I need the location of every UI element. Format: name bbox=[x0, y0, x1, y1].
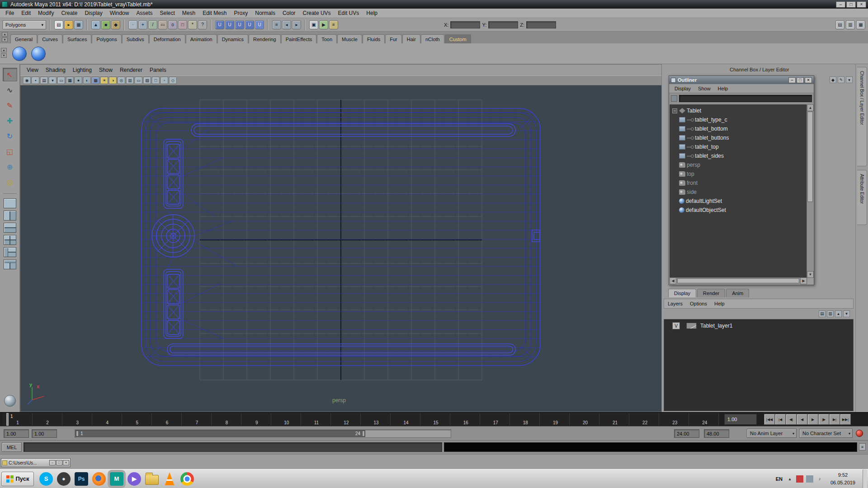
status-line-separator[interactable] bbox=[85, 19, 89, 30]
anim-layer-dropdown[interactable]: No Anim Layer bbox=[747, 429, 797, 438]
show-desktop-button[interactable] bbox=[863, 469, 867, 488]
toggle-channel-box-icon[interactable]: ▦ bbox=[856, 20, 865, 29]
play-backwards-button[interactable]: ◀ bbox=[797, 414, 807, 425]
move-tool[interactable]: ✚ bbox=[3, 114, 17, 127]
command-line-language-button[interactable]: MEL bbox=[2, 442, 22, 452]
outliner-close-button[interactable]: × bbox=[805, 77, 812, 83]
layer-editor-menu-item[interactable]: Options bbox=[686, 300, 711, 307]
panel-menu-item[interactable]: Renderer bbox=[116, 66, 146, 74]
step-forward-frame-button[interactable]: ▶| bbox=[829, 414, 840, 425]
field-chart-icon[interactable]: ▥ bbox=[126, 77, 134, 84]
step-back-frame-button[interactable]: |◀ bbox=[775, 414, 786, 425]
outliner-item-default-light-set[interactable]: − defaultLightSet bbox=[670, 197, 807, 206]
shelf-tab[interactable]: Polygons bbox=[92, 34, 121, 43]
toolbox-sphere-icon[interactable] bbox=[4, 395, 16, 407]
shelf-tab[interactable]: Custom bbox=[445, 34, 471, 43]
outliner-titlebar[interactable]: Outliner –□× bbox=[669, 76, 814, 84]
menu-item[interactable]: Color bbox=[279, 9, 299, 17]
scroll-down-icon[interactable]: ▼ bbox=[807, 271, 814, 278]
menu-set-selector[interactable]: Polygons bbox=[3, 20, 46, 29]
shelf-tab[interactable]: Fluids bbox=[363, 34, 385, 43]
select-faces-mask-icon[interactable]: ▭ bbox=[158, 20, 167, 29]
step-forward-key-button[interactable]: |▶ bbox=[818, 414, 829, 425]
outliner-item-tablet-sides[interactable]: − tablet_sides bbox=[670, 151, 807, 160]
layer-color-swatch[interactable] bbox=[686, 323, 697, 329]
snap-to-curves-icon[interactable]: U bbox=[225, 20, 234, 29]
window-close-button[interactable]: × bbox=[857, 1, 866, 8]
vray-shelf-button-2[interactable] bbox=[31, 47, 46, 61]
select-rendering-mask-icon[interactable]: * bbox=[188, 20, 197, 29]
shelf-tab-arrow-icon[interactable]: ▴ bbox=[2, 32, 8, 37]
skype-icon[interactable]: S bbox=[39, 472, 53, 486]
folder-icon[interactable] bbox=[145, 475, 159, 485]
z-input[interactable] bbox=[526, 21, 556, 28]
panel-menu-item[interactable]: Lighting bbox=[69, 66, 95, 74]
camera-attributes-icon[interactable]: ▤ bbox=[40, 77, 48, 84]
menu-item[interactable]: Help bbox=[363, 9, 381, 17]
move-layer-down-icon[interactable]: ▾ bbox=[843, 310, 850, 317]
scrollbar-thumb[interactable] bbox=[807, 112, 813, 202]
menu-item[interactable]: Edit bbox=[18, 9, 34, 17]
outliner-menu-item[interactable]: Show bbox=[694, 85, 714, 92]
render-current-frame-icon[interactable]: ▣ bbox=[309, 20, 318, 29]
render-settings-icon[interactable]: ≡ bbox=[329, 20, 338, 29]
wireframe-on-shaded-icon[interactable]: ◐ bbox=[83, 77, 91, 84]
shelf-tab[interactable]: PaintEffects bbox=[281, 34, 317, 43]
tab-anim[interactable]: Anim bbox=[726, 289, 749, 297]
outliner-minimize-button[interactable]: – bbox=[788, 77, 796, 83]
firefox-icon[interactable] bbox=[92, 472, 106, 486]
range-start-handle[interactable] bbox=[76, 431, 79, 436]
outliner-item-default-object-set[interactable]: − defaultObjectSet bbox=[670, 206, 807, 215]
expand-toggle-icon[interactable]: − bbox=[672, 108, 677, 113]
chrome-icon[interactable] bbox=[180, 472, 194, 486]
menu-item[interactable]: Window bbox=[106, 9, 133, 17]
panel-menu-item[interactable]: Show bbox=[95, 66, 116, 74]
scroll-up-icon[interactable]: ▲ bbox=[807, 104, 814, 111]
menu-item[interactable]: Edit UVs bbox=[335, 9, 363, 17]
layer-row-tablet-layer1[interactable]: V Tablet_layer1 bbox=[664, 321, 853, 331]
wireframe-mode-icon[interactable]: ▦ bbox=[66, 77, 74, 84]
select-lines-mask-icon[interactable]: / bbox=[148, 20, 157, 29]
layer-editor-menu-item[interactable]: Layers bbox=[664, 300, 686, 307]
outliner-horizontal-scrollbar[interactable]: ◀ ▶ bbox=[670, 277, 807, 284]
soft-modification-tool[interactable]: ◎ bbox=[3, 175, 17, 189]
status-line-separator[interactable] bbox=[48, 19, 52, 30]
shelf-tab[interactable]: Hair bbox=[402, 34, 420, 43]
outliner-filter-input[interactable] bbox=[679, 95, 812, 102]
taskbar-clock[interactable]: 9:52 06.05.2019 bbox=[827, 471, 859, 486]
outliner-maximize-button[interactable]: □ bbox=[797, 77, 804, 83]
recorder-icon[interactable]: ● bbox=[57, 472, 71, 486]
select-by-object-icon[interactable]: ■ bbox=[101, 20, 110, 29]
shelf-tab[interactable]: Fur bbox=[385, 34, 402, 43]
side-tab-channel-box[interactable]: Channel Box / Layer Editor bbox=[857, 67, 867, 166]
isolate-select-icon[interactable]: ◎ bbox=[118, 77, 125, 84]
side-tab-attribute-editor[interactable]: Attribute Editor bbox=[857, 170, 867, 225]
dock-edit-icon[interactable]: ✎ bbox=[838, 76, 844, 83]
xray-icon[interactable]: ◇ bbox=[169, 77, 177, 84]
go-to-end-button[interactable]: ▶▶| bbox=[840, 414, 851, 425]
shelf-tab[interactable]: Deformation bbox=[149, 34, 185, 43]
outliner-vertical-scrollbar[interactable]: ▲ ▼ bbox=[807, 104, 813, 278]
current-time-field[interactable]: 1.00 bbox=[724, 414, 757, 425]
panel-menu-item[interactable]: Shading bbox=[42, 66, 69, 74]
media-player-icon[interactable]: ▶ bbox=[127, 472, 141, 486]
mini-minimize-button[interactable]: – bbox=[49, 460, 56, 465]
gate-mask-icon[interactable]: ▧ bbox=[143, 77, 151, 84]
select-hulls-mask-icon[interactable]: o bbox=[168, 20, 177, 29]
select-by-hierarchy-icon[interactable]: ▲ bbox=[91, 20, 100, 29]
animation-end-field[interactable]: 48.00 bbox=[704, 429, 729, 438]
command-line-input[interactable] bbox=[24, 442, 442, 452]
bookmark-icon[interactable]: ▾ bbox=[49, 77, 57, 84]
step-back-key-button[interactable]: ◀| bbox=[786, 414, 797, 425]
outliner-item-tablet[interactable]: − Tablet bbox=[670, 106, 807, 115]
safe-title-icon[interactable]: ▫ bbox=[160, 77, 168, 84]
status-line-separator[interactable] bbox=[266, 19, 270, 30]
lasso-select-tool[interactable]: ∿ bbox=[3, 83, 17, 97]
save-scene-icon[interactable]: ▦ bbox=[74, 20, 83, 29]
menu-item[interactable]: Create bbox=[57, 9, 81, 17]
viewport-canvas[interactable]: persp y x bbox=[20, 85, 661, 412]
outliner-item-tablet-buttons[interactable]: − tablet_buttons bbox=[670, 133, 807, 142]
shelf-tab[interactable]: Dynamics bbox=[217, 34, 248, 43]
input-connections-icon[interactable]: ◂ bbox=[282, 20, 291, 29]
outliner-menu-item[interactable]: Help bbox=[714, 85, 732, 92]
